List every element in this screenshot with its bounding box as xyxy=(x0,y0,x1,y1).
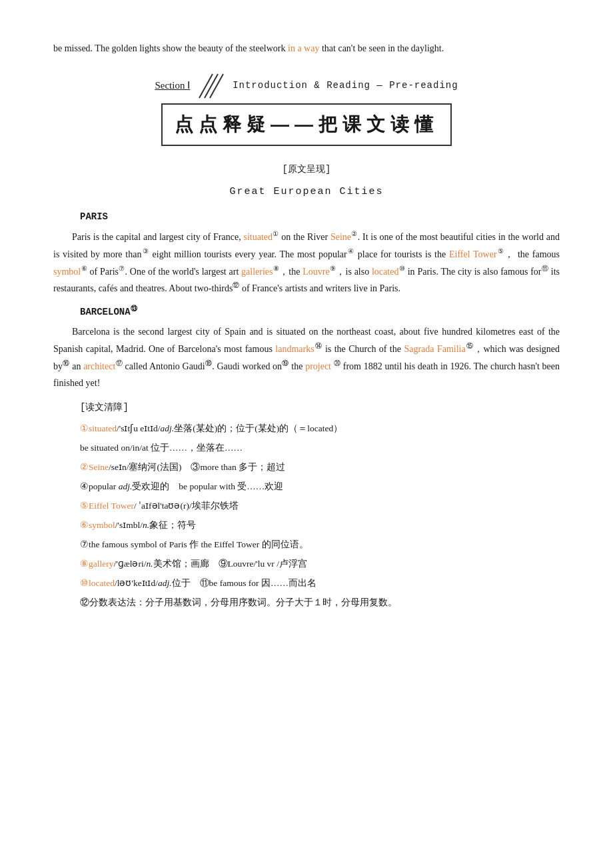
barcelona-project: project xyxy=(305,361,331,371)
intro-paragraph: be missed. The golden lights show the be… xyxy=(53,40,560,57)
vocab-item-1b: be situated on/in/at 位于……，坐落在…… xyxy=(80,439,560,457)
vocab-item-2: ②Seine/seɪn/塞纳河(法国) ③more than 多于；超过 xyxy=(80,458,560,476)
vocab-gallery-label: ⑧gallery xyxy=(80,559,113,569)
vocab-item-8: ⑧gallery/'ɡæləri/n.美术馆；画廊 ⑨Louvre/'lu vr… xyxy=(80,555,560,573)
paris-galleries: galleries xyxy=(241,266,273,276)
section-left: Section Ⅰ xyxy=(155,73,226,99)
paris-seine: Seine xyxy=(330,232,351,242)
vocab-notes-title: [读文清障] xyxy=(80,398,560,417)
paris-located: located xyxy=(372,266,398,276)
vocab-item-4: ④popular adj.受欢迎的 be popular with 受……欢迎 xyxy=(80,477,560,495)
vocab-located-label: ⑩located xyxy=(80,578,115,588)
chinese-title: 点点释疑——把课文读懂 xyxy=(161,103,452,146)
paris-symbol: symbol xyxy=(53,266,81,276)
diagonal-decoration-icon xyxy=(193,73,226,99)
paris-eiffel: Eiffel Tower xyxy=(449,249,497,259)
chinese-title-wrapper: 点点释疑——把课文读懂 xyxy=(53,103,560,146)
vocab-item-6: ⑥symbol/'sɪmbl/n.象征；符号 xyxy=(80,516,560,534)
vocab-symbol-label: ⑥symbol xyxy=(80,520,115,530)
paris-label: PARIS xyxy=(80,209,560,225)
paris-louvre: Louvre xyxy=(303,266,329,276)
original-text-label: [原文呈现] xyxy=(53,162,560,178)
article-title: Great European Cities xyxy=(53,183,560,201)
vocab-notes-section: [读文清障] ①situated/'sɪtʃu eɪtɪd/adj.坐落(某处)… xyxy=(80,398,560,611)
vocab-item-12: ⑫分数表达法：分子用基数词，分母用序数词。分子大于１时，分母用复数。 xyxy=(80,593,560,611)
barcelona-landmarks: landmarks xyxy=(275,344,314,354)
vocab-item-5: ⑤Eiffel Tower/ ˈaɪfəl'taʊə(r)/埃菲尔铁塔 xyxy=(80,497,560,515)
barcelona-paragraph: Barcelona is the second largest city of … xyxy=(53,323,560,391)
paris-paragraph: Paris is the capital and largest city of… xyxy=(53,228,560,297)
barcelona-label: BARCELONA⑬ xyxy=(80,303,560,320)
vocab-situated-label: ①situated xyxy=(80,423,117,433)
vocab-eiffel-label: ⑤Eiffel Tower xyxy=(80,501,134,511)
vocab-seine-label: ②Seine xyxy=(80,462,109,472)
paris-situated: situated xyxy=(243,232,273,242)
barcelona-architect: architect xyxy=(83,361,115,371)
barcelona-sagrada: Sagrada Familia xyxy=(404,344,465,354)
intro-highlight: in a way xyxy=(288,43,319,53)
vocab-item-1: ①situated/'sɪtʃu eɪtɪd/adj.坐落(某处)的；位于(某处… xyxy=(80,419,560,437)
vocab-item-10: ⑩located/ləʊ'keɪtɪd/adj.位于 ⑪be famous fo… xyxy=(80,574,560,592)
page-wrapper: be missed. The golden lights show the be… xyxy=(53,40,560,868)
vocab-item-7: ⑦the famous symbol of Paris 作 the Eiffel… xyxy=(80,535,560,553)
intro-text-before: be missed. The golden lights show the be… xyxy=(53,43,288,53)
section-label: Section Ⅰ xyxy=(155,77,190,95)
intro-text-after: that can't be seen in the daylight. xyxy=(319,43,444,53)
section-header: Section Ⅰ Introduction & Reading — Pre-r… xyxy=(53,73,560,99)
section-subtitle: Introduction & Reading — Pre-reading xyxy=(233,78,458,94)
